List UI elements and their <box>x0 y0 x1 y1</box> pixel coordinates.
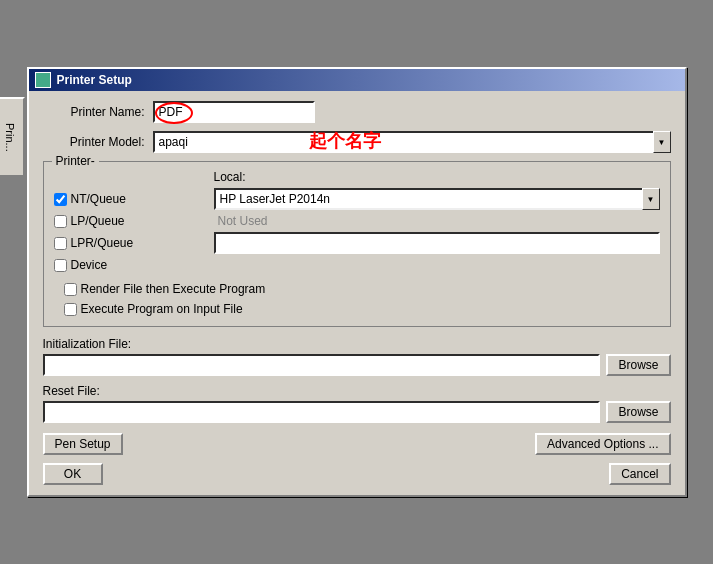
cancel-button-wrapper: Cancel <box>609 463 670 485</box>
lp-queue-label: LP/Queue <box>71 214 125 228</box>
reset-browse-button[interactable]: Browse <box>606 401 670 423</box>
nt-queue-label: NT/Queue <box>71 192 126 206</box>
lpr-queue-label: LPR/Queue <box>71 236 134 250</box>
init-file-section: Initialization File: Browse <box>43 337 671 376</box>
init-file-label: Initialization File: <box>43 337 671 351</box>
printer-model-dropdown-arrow[interactable]: ▼ <box>653 131 671 153</box>
printer-group-box: Printer- Local: NT/Queue <box>43 161 671 327</box>
reset-file-input[interactable] <box>43 401 601 423</box>
local-header: Local: <box>214 170 660 184</box>
render-row: Render File then Execute Program <box>64 282 660 296</box>
init-file-input[interactable] <box>43 354 601 376</box>
device-checkbox-col: Device <box>54 258 214 272</box>
title-bar: Printer Setup <box>29 69 685 91</box>
ok-button[interactable]: OK <box>43 463 103 485</box>
init-browse-row: Browse <box>43 354 671 376</box>
printer-name-input[interactable] <box>153 101 315 123</box>
lp-queue-checkbox[interactable] <box>54 215 67 228</box>
ok-cancel-row: OK Cancel <box>43 463 671 485</box>
lpr-queue-checkbox-col: LPR/Queue <box>54 236 214 250</box>
printer-name-row: Printer Name: <box>43 101 671 123</box>
execute-checkbox[interactable] <box>64 303 77 316</box>
lpr-queue-row: LPR/Queue <box>54 232 660 254</box>
bottom-right-buttons: Advanced Options ... <box>535 433 670 455</box>
window-title: Printer Setup <box>57 73 679 87</box>
nt-queue-select[interactable]: HP LaserJet P2014n <box>214 188 660 210</box>
lp-queue-checkbox-col: LP/Queue <box>54 214 214 228</box>
device-row: Device <box>54 258 660 272</box>
advanced-options-button[interactable]: Advanced Options ... <box>535 433 670 455</box>
bottom-buttons-row: Pen Setup Advanced Options ... <box>43 433 671 455</box>
printer-name-label: Printer Name: <box>43 105 153 119</box>
nt-queue-row: NT/Queue HP LaserJet P2014n ▼ <box>54 188 660 210</box>
render-checkbox[interactable] <box>64 283 77 296</box>
printer-name-input-wrapper <box>153 101 671 123</box>
cancel-button[interactable]: Cancel <box>609 463 670 485</box>
nt-queue-local-col: HP LaserJet P2014n ▼ <box>214 188 660 210</box>
init-browse-button[interactable]: Browse <box>606 354 670 376</box>
nt-queue-select-wrapper: HP LaserJet P2014n ▼ <box>214 188 660 210</box>
pen-setup-button[interactable]: Pen Setup <box>43 433 123 455</box>
reset-browse-row: Browse <box>43 401 671 423</box>
printer-model-select-wrapper: apaqi ▼ <box>153 131 671 153</box>
lpr-queue-input-col <box>214 232 660 254</box>
nt-queue-checkbox[interactable] <box>54 193 67 206</box>
reset-file-label: Reset File: <box>43 384 671 398</box>
printer-model-select[interactable]: apaqi <box>153 131 671 153</box>
printer-setup-window: Printer Setup 起个名字 Printer Name: Printer… <box>27 67 687 497</box>
bottom-left-buttons: Pen Setup <box>43 433 123 455</box>
execute-row: Execute Program on Input File <box>64 302 660 316</box>
printer-group-legend: Printer- <box>52 154 99 168</box>
nt-queue-dropdown-arrow[interactable]: ▼ <box>642 188 660 210</box>
lp-queue-local-col: Not Used <box>214 214 660 228</box>
window-icon <box>35 72 51 88</box>
lp-queue-not-used: Not Used <box>214 213 272 229</box>
printer-model-label: Printer Model: <box>43 135 153 149</box>
lpr-queue-checkbox[interactable] <box>54 237 67 250</box>
ok-button-wrapper: OK <box>43 463 103 485</box>
side-tab[interactable]: Prin... <box>0 97 25 177</box>
reset-file-section: Reset File: Browse <box>43 384 671 423</box>
nt-queue-checkbox-col: NT/Queue <box>54 192 214 206</box>
printer-model-row: Printer Model: apaqi ▼ <box>43 131 671 153</box>
device-checkbox[interactable] <box>54 259 67 272</box>
lp-queue-row: LP/Queue Not Used <box>54 214 660 228</box>
execute-label: Execute Program on Input File <box>81 302 243 316</box>
lpr-queue-input[interactable] <box>214 232 660 254</box>
device-label: Device <box>71 258 108 272</box>
render-label: Render File then Execute Program <box>81 282 266 296</box>
